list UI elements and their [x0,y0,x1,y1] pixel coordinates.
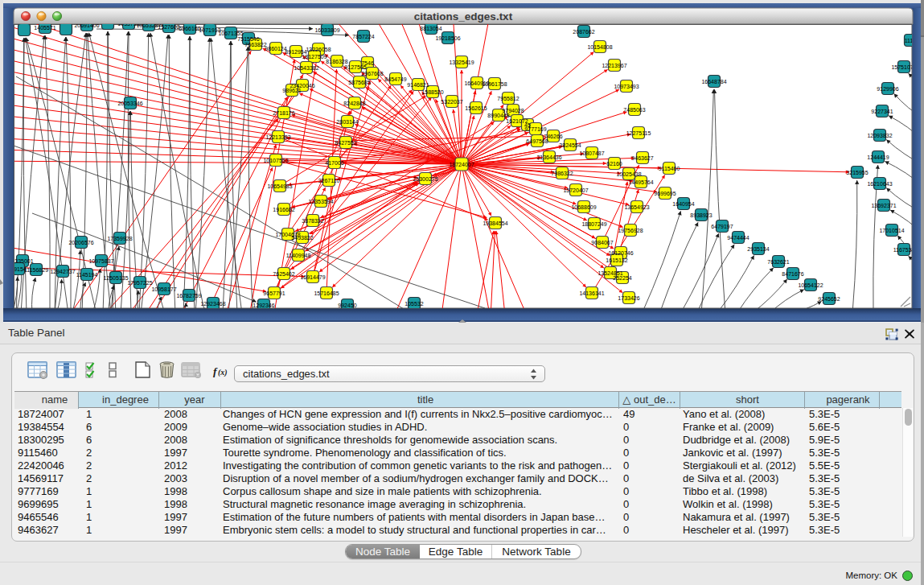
svg-text:7955812: 7955812 [497,96,519,101]
svg-text:12923468: 12923468 [200,301,225,307]
svg-text:10654122: 10654122 [798,282,823,288]
svg-text:1733426: 1733426 [618,295,639,301]
svg-text:9699695: 9699695 [654,191,676,196]
svg-text:20053346: 20053346 [117,101,142,106]
svg-text:9777169: 9777169 [524,126,546,132]
svg-text:10975887: 10975887 [88,258,113,264]
svg-text:417006: 417006 [325,160,343,166]
svg-text:25300275: 25300275 [413,176,437,182]
svg-text:9115460: 9115460 [659,166,680,171]
svg-text:citations_edges.txt: citations_edges.txt [414,10,513,23]
svg-text:16648784: 16648784 [701,79,726,84]
svg-text:7625402: 7625402 [273,271,294,277]
svg-text:17957225: 17957225 [127,280,152,286]
svg-text:10654983: 10654983 [267,183,292,189]
svg-text:2935134: 2935134 [747,246,769,252]
svg-text:9245652: 9245652 [818,296,840,302]
svg-text:5322037: 5322037 [441,99,462,105]
svg-text:8938923: 8938923 [690,212,712,218]
svg-text:15720407: 15720407 [563,187,588,193]
svg-text:9474444: 9474444 [727,235,749,241]
svg-text:10543382: 10543382 [294,65,318,71]
svg-text:13692371: 13692371 [871,203,896,208]
svg-text:6497568: 6497568 [526,138,548,144]
svg-text:12275115: 12275115 [626,130,651,136]
svg-text:5493822: 5493822 [291,235,313,241]
svg-text:10671355: 10671355 [218,31,243,36]
svg-text:1527602: 1527602 [158,24,179,30]
svg-text:1640954: 1640954 [672,201,694,207]
svg-text:1167533: 1167533 [893,247,915,253]
svg-text:10961758: 10961758 [482,81,507,87]
svg-text:1405571: 1405571 [34,25,55,31]
svg-text:(x): (x) [218,368,228,377]
svg-text:8813054: 8813054 [420,26,441,31]
svg-text:7485063: 7485063 [623,107,645,113]
svg-text:9129906: 9129906 [877,86,898,92]
svg-text:105532: 105532 [405,301,423,307]
svg-text:17010514: 17010514 [879,228,904,233]
svg-text:3215955: 3215955 [846,170,868,175]
svg-text:1916682: 1916682 [273,207,294,212]
svg-text:9146821: 9146821 [407,82,429,88]
svg-text:7515546: 7515546 [237,36,259,42]
svg-text:1244419: 1244419 [867,154,889,160]
svg-text:12353594: 12353594 [308,199,333,204]
svg-text:10688609: 10688609 [571,204,596,210]
svg-text:6966160: 6966160 [179,26,200,31]
svg-text:17359928: 17359928 [107,236,132,241]
svg-text:18807249: 18807249 [581,221,606,227]
svg-text:10807487: 10807487 [579,150,604,156]
svg-text:992450: 992450 [338,303,356,308]
svg-text:1615132: 1615132 [606,257,627,263]
svg-text:16120746: 16120746 [608,250,633,256]
svg-text:6479197: 6479197 [711,224,733,229]
svg-text:9860124: 9860124 [265,46,286,51]
svg-text:8471676: 8471676 [782,271,803,277]
svg-text:1292346: 1292346 [253,303,274,308]
svg-text:21364436: 21364436 [536,154,561,160]
svg-text:18724007: 18724007 [449,162,474,167]
svg-text:7986322: 7986322 [551,171,573,176]
svg-text:2718176: 2718176 [273,110,294,116]
svg-text:8454749: 8454749 [384,76,406,82]
svg-text:14495764: 14495764 [628,179,653,185]
svg-text:2967608: 2967608 [361,71,383,76]
svg-text:16033809: 16033809 [314,27,339,33]
svg-text:13226058: 13226058 [306,47,331,52]
svg-text:16210643: 16210643 [867,181,892,187]
svg-text:9657791: 9657791 [263,290,285,296]
svg-text:1588520: 1588520 [421,89,443,95]
svg-text:8427552: 8427552 [335,140,356,146]
svg-text:12213967: 12213967 [602,63,626,68]
svg-text:2087662: 2087662 [573,29,594,35]
svg-text:7546: 7546 [361,60,374,66]
svg-text:19218506: 19218506 [435,35,460,41]
svg-text:8242848: 8242848 [343,101,365,106]
svg-text:3878332: 3878332 [302,218,323,224]
svg-text:20206576: 20206576 [68,240,93,245]
svg-text:9794028: 9794028 [502,108,524,113]
svg-text:252254: 252254 [613,275,631,281]
svg-text:12093832: 12093832 [867,133,892,138]
svg-text:10973493: 10973493 [614,84,639,89]
svg-text:10025438: 10025438 [616,171,641,177]
svg-text:62160: 62160 [606,161,622,167]
svg-text:2803144: 2803144 [336,119,358,125]
svg-text:7663822: 7663822 [244,42,266,47]
svg-text:10107553: 10107553 [263,158,288,163]
svg-text:11156829: 11156829 [24,267,48,273]
svg-text:12505135: 12505135 [103,275,128,281]
svg-text:19384554: 19384554 [483,220,507,226]
svg-text:12213383: 12213383 [265,134,290,140]
svg-text:15716485: 15716485 [314,290,339,296]
svg-text:7857224: 7857224 [352,34,374,39]
svg-text:11409948: 11409948 [286,253,311,258]
svg-text:10958177: 10958177 [151,286,176,292]
svg-text:9227341: 9227341 [871,109,893,114]
svg-text:3267110: 3267110 [318,178,340,183]
svg-text:989621: 989621 [282,88,301,93]
svg-text:9463627: 9463627 [631,155,653,161]
svg-text:5875685: 5875685 [348,80,370,85]
svg-text:12942737: 12942737 [50,269,75,274]
